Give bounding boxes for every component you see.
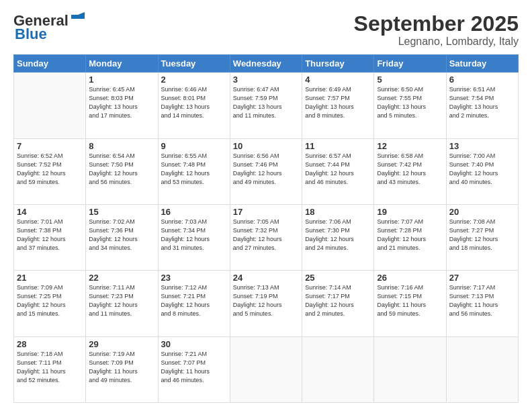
day-number: 29: [89, 339, 154, 349]
day-number: 16: [161, 207, 227, 217]
calendar-week-row: 21Sunrise: 7:09 AM Sunset: 7:25 PM Dayli…: [14, 271, 519, 336]
day-number: 12: [377, 141, 443, 151]
calendar-cell: 5Sunrise: 6:50 AM Sunset: 7:55 PM Daylig…: [374, 73, 446, 138]
day-header-thursday: Thursday: [302, 55, 374, 73]
day-number: 15: [89, 207, 154, 217]
day-info: Sunrise: 7:18 AM Sunset: 7:11 PM Dayligh…: [17, 350, 83, 385]
day-number: 3: [233, 75, 299, 85]
calendar-cell: 18Sunrise: 7:06 AM Sunset: 7:30 PM Dayli…: [302, 204, 374, 270]
calendar-cell: 14Sunrise: 7:01 AM Sunset: 7:38 PM Dayli…: [14, 204, 86, 270]
day-number: 9: [161, 141, 227, 151]
day-number: 25: [305, 273, 371, 283]
day-info: Sunrise: 7:01 AM Sunset: 7:38 PM Dayligh…: [17, 218, 83, 253]
day-info: Sunrise: 7:13 AM Sunset: 7:19 PM Dayligh…: [233, 283, 299, 318]
logo: General Blue: [13, 12, 85, 43]
day-info: Sunrise: 6:57 AM Sunset: 7:44 PM Dayligh…: [305, 152, 371, 187]
day-number: 19: [377, 207, 443, 217]
title-block: September 2025 Legnano, Lombardy, Italy: [354, 12, 519, 48]
calendar-cell: 26Sunrise: 7:16 AM Sunset: 7:15 PM Dayli…: [374, 271, 446, 336]
calendar-week-row: 7Sunrise: 6:52 AM Sunset: 7:52 PM Daylig…: [14, 138, 519, 204]
calendar-cell: 13Sunrise: 7:00 AM Sunset: 7:40 PM Dayli…: [446, 138, 518, 204]
day-header-monday: Monday: [86, 55, 158, 73]
logo-blue-text: Blue: [15, 26, 47, 43]
day-number: 24: [233, 273, 299, 283]
day-number: 18: [305, 207, 371, 217]
location-title: Legnano, Lombardy, Italy: [354, 36, 519, 48]
calendar-cell: 29Sunrise: 7:19 AM Sunset: 7:09 PM Dayli…: [86, 336, 158, 402]
calendar-cell: 23Sunrise: 7:12 AM Sunset: 7:21 PM Dayli…: [158, 271, 230, 336]
day-number: 23: [161, 273, 227, 283]
calendar-cell: 28Sunrise: 7:18 AM Sunset: 7:11 PM Dayli…: [14, 336, 86, 402]
day-header-tuesday: Tuesday: [158, 55, 230, 73]
calendar-cell: 27Sunrise: 7:17 AM Sunset: 7:13 PM Dayli…: [446, 271, 518, 336]
calendar-cell: 19Sunrise: 7:07 AM Sunset: 7:28 PM Dayli…: [374, 204, 446, 270]
day-number: 13: [449, 141, 515, 151]
day-info: Sunrise: 6:49 AM Sunset: 7:57 PM Dayligh…: [305, 85, 371, 120]
day-info: Sunrise: 7:16 AM Sunset: 7:15 PM Dayligh…: [377, 283, 443, 318]
calendar-cell: 9Sunrise: 6:55 AM Sunset: 7:48 PM Daylig…: [158, 138, 230, 204]
day-header-saturday: Saturday: [446, 55, 518, 73]
calendar-cell: [14, 73, 86, 138]
logo-flag-icon: [70, 12, 85, 27]
day-number: 5: [377, 75, 443, 85]
svg-marker-1: [78, 12, 85, 19]
calendar-cell: 12Sunrise: 6:58 AM Sunset: 7:42 PM Dayli…: [374, 138, 446, 204]
calendar-cell: 10Sunrise: 6:56 AM Sunset: 7:46 PM Dayli…: [230, 138, 302, 204]
calendar-cell: 30Sunrise: 7:21 AM Sunset: 7:07 PM Dayli…: [158, 336, 230, 402]
calendar-page: General Blue September 2025 Legnano, Lom…: [0, 0, 532, 411]
calendar-cell: 3Sunrise: 6:47 AM Sunset: 7:59 PM Daylig…: [230, 73, 302, 138]
day-info: Sunrise: 6:45 AM Sunset: 8:03 PM Dayligh…: [89, 85, 154, 120]
day-number: 10: [233, 141, 299, 151]
day-number: 2: [161, 75, 227, 85]
day-info: Sunrise: 7:17 AM Sunset: 7:13 PM Dayligh…: [449, 283, 515, 318]
day-info: Sunrise: 6:51 AM Sunset: 7:54 PM Dayligh…: [449, 85, 515, 120]
calendar-cell: 1Sunrise: 6:45 AM Sunset: 8:03 PM Daylig…: [86, 73, 158, 138]
calendar-cell: 22Sunrise: 7:11 AM Sunset: 7:23 PM Dayli…: [86, 271, 158, 336]
calendar-cell: [230, 336, 302, 402]
day-number: 27: [449, 273, 515, 283]
day-number: 8: [89, 141, 154, 151]
day-number: 21: [17, 273, 83, 283]
day-info: Sunrise: 6:46 AM Sunset: 8:01 PM Dayligh…: [161, 85, 227, 120]
calendar-cell: 17Sunrise: 7:05 AM Sunset: 7:32 PM Dayli…: [230, 204, 302, 270]
calendar-cell: 4Sunrise: 6:49 AM Sunset: 7:57 PM Daylig…: [302, 73, 374, 138]
calendar-cell: 11Sunrise: 6:57 AM Sunset: 7:44 PM Dayli…: [302, 138, 374, 204]
calendar-cell: [446, 336, 518, 402]
day-info: Sunrise: 6:50 AM Sunset: 7:55 PM Dayligh…: [377, 85, 443, 120]
calendar-week-row: 28Sunrise: 7:18 AM Sunset: 7:11 PM Dayli…: [14, 336, 519, 402]
day-info: Sunrise: 7:03 AM Sunset: 7:34 PM Dayligh…: [161, 218, 227, 253]
calendar-header-row: SundayMondayTuesdayWednesdayThursdayFrid…: [14, 55, 519, 73]
day-number: 1: [89, 75, 154, 85]
day-info: Sunrise: 6:58 AM Sunset: 7:42 PM Dayligh…: [377, 152, 443, 187]
day-info: Sunrise: 7:11 AM Sunset: 7:23 PM Dayligh…: [89, 283, 154, 318]
day-number: 20: [449, 207, 515, 217]
day-info: Sunrise: 7:08 AM Sunset: 7:27 PM Dayligh…: [449, 218, 515, 253]
day-header-friday: Friday: [374, 55, 446, 73]
calendar-cell: 6Sunrise: 6:51 AM Sunset: 7:54 PM Daylig…: [446, 73, 518, 138]
calendar-week-row: 14Sunrise: 7:01 AM Sunset: 7:38 PM Dayli…: [14, 204, 519, 270]
day-number: 4: [305, 75, 371, 85]
calendar-cell: 21Sunrise: 7:09 AM Sunset: 7:25 PM Dayli…: [14, 271, 86, 336]
month-title: September 2025: [354, 12, 519, 36]
day-info: Sunrise: 6:56 AM Sunset: 7:46 PM Dayligh…: [233, 152, 299, 187]
day-info: Sunrise: 7:00 AM Sunset: 7:40 PM Dayligh…: [449, 152, 515, 187]
calendar-cell: 25Sunrise: 7:14 AM Sunset: 7:17 PM Dayli…: [302, 271, 374, 336]
day-info: Sunrise: 7:05 AM Sunset: 7:32 PM Dayligh…: [233, 218, 299, 253]
day-number: 28: [17, 339, 83, 349]
calendar-cell: 2Sunrise: 6:46 AM Sunset: 8:01 PM Daylig…: [158, 73, 230, 138]
calendar-cell: 8Sunrise: 6:54 AM Sunset: 7:50 PM Daylig…: [86, 138, 158, 204]
day-info: Sunrise: 7:09 AM Sunset: 7:25 PM Dayligh…: [17, 283, 83, 318]
day-number: 11: [305, 141, 371, 151]
day-number: 26: [377, 273, 443, 283]
calendar-table: SundayMondayTuesdayWednesdayThursdayFrid…: [13, 54, 519, 403]
day-info: Sunrise: 6:54 AM Sunset: 7:50 PM Dayligh…: [89, 152, 154, 187]
day-info: Sunrise: 6:47 AM Sunset: 7:59 PM Dayligh…: [233, 85, 299, 120]
calendar-week-row: 1Sunrise: 6:45 AM Sunset: 8:03 PM Daylig…: [14, 73, 519, 138]
header: General Blue September 2025 Legnano, Lom…: [13, 12, 519, 48]
day-number: 30: [161, 339, 227, 349]
day-number: 14: [17, 207, 83, 217]
calendar-cell: [302, 336, 374, 402]
day-info: Sunrise: 6:55 AM Sunset: 7:48 PM Dayligh…: [161, 152, 227, 187]
day-number: 22: [89, 273, 154, 283]
calendar-cell: 16Sunrise: 7:03 AM Sunset: 7:34 PM Dayli…: [158, 204, 230, 270]
